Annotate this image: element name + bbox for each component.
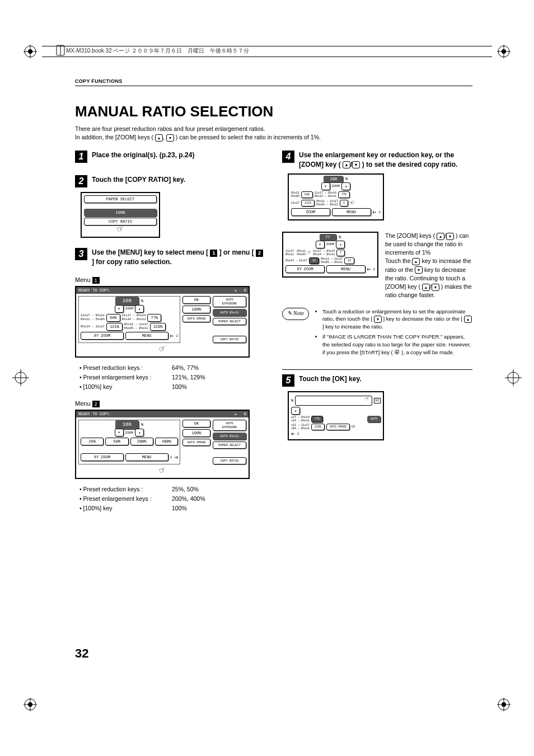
bullet-label: • Preset enlargement keys :: [79, 494, 172, 504]
preset-7[interactable]: 7: [336, 250, 345, 256]
bullet-label: • Preset enlargement keys :: [79, 373, 172, 382]
menu-button[interactable]: MENU: [125, 332, 168, 340]
step-2: 2 Touch the [COPY RATIO] key.: [75, 175, 265, 187]
preset-121[interactable]: 121%: [301, 200, 315, 206]
ratio-display: 100: [115, 297, 139, 306]
note-label: Note: [293, 309, 304, 318]
preset-1[interactable]: 1: [340, 200, 348, 206]
registration-mark-icon: [12, 369, 29, 388]
bullet-label: • Preset reduction keys :: [79, 363, 172, 373]
preset-label: 5½x8½: [291, 195, 299, 198]
paper-select-button[interactable]: PAPER SELECT: [84, 195, 157, 203]
preset-label: x8½ → 8½x11: [291, 427, 310, 430]
percent-label: %: [291, 398, 293, 403]
preset-25[interactable]: 25%: [81, 438, 104, 445]
auto-image-button[interactable]: AUTO IMAGE: [182, 439, 210, 446]
preset-200[interactable]: 200%: [130, 438, 153, 445]
section-heading: COPY FUNCTIONS: [75, 78, 472, 84]
ok-button[interactable]: OK: [182, 420, 210, 428]
zoom-up-icon: ▴: [464, 316, 472, 323]
note-text: ] key to increase the ratio.: [322, 323, 383, 330]
hand-pointer-icon: ☞: [116, 224, 125, 236]
zoom-down-icon: ▾: [415, 266, 423, 274]
copy-ratio-button[interactable]: COPY RATIO: [213, 336, 246, 343]
zoom-down-button[interactable]: ▾: [115, 429, 124, 436]
preset-64[interactable]: 64%: [301, 191, 313, 198]
bullet-label: • Preset reduction keys :: [79, 485, 172, 494]
note-badge: ✎Note: [282, 308, 309, 320]
intro-line2c: ) can be pressed to select the ratio in …: [176, 134, 321, 140]
preset-77[interactable]: 77%: [147, 314, 161, 322]
zoom-down-button[interactable]: ▾: [316, 241, 325, 248]
step3-text-a: Use the [MENU] key to select menu [: [92, 248, 208, 256]
step-number: 3: [75, 248, 87, 260]
preset-129[interactable]: 129%: [150, 323, 166, 331]
step-title: Touch the [COPY RATIO] key.: [92, 175, 185, 184]
auto-exposure-button[interactable]: AUTO EXPOSURE: [213, 296, 246, 307]
cup-icon: ☕ 0: [235, 288, 246, 293]
auto-exposure-button[interactable]: AUTO EXPOSURE: [213, 420, 246, 431]
xy-zoom-button[interactable]: XY ZOOM: [81, 332, 124, 340]
ui-panel-step5: % ☞ EX ▴ x17 → 8½x14 x14 → 8½x11: [288, 391, 384, 440]
ui-panel-step4b: 77 % ▾ ZOOM ▴ 11x17 →8½x118½x11 →5½x8½ ☞…: [282, 232, 378, 278]
hundred-button[interactable]: 100%: [182, 306, 210, 313]
note-block: ✎Note Touch a reduction or enlargement k…: [282, 308, 472, 359]
menu-page-indicator: 2: [176, 334, 178, 338]
menu-button[interactable]: MENU: [125, 453, 168, 461]
menu-word: Menu: [75, 400, 91, 407]
preset-400[interactable]: 400%: [155, 438, 178, 445]
doc-meta: MX-M310.book 32 ページ ２００９年７月６日 月曜日 午後６時５７…: [66, 47, 249, 55]
ok-button[interactable]: OK: [182, 296, 210, 304]
preset-label: 8½x14 → 11x17: [81, 325, 105, 328]
zoom-up-button[interactable]: ▴: [336, 241, 345, 248]
zoom-down-icon: ▾: [432, 284, 439, 291]
zoom-up-button[interactable]: ▴: [341, 182, 350, 190]
preset-label: 8½x11 → 5½x8½: [81, 318, 105, 322]
preset-label: 5½x8½ → 8½x11: [321, 261, 343, 264]
preset-50[interactable]: 50%: [105, 438, 128, 445]
ui-panel-step2: PAPER SELECT 100% COPY RATIO ☞: [81, 192, 160, 238]
side-text: The [ZOOM] keys (: [385, 232, 435, 239]
menu-button[interactable]: MENU: [332, 208, 371, 216]
preset-129[interactable]: 129%: [311, 424, 325, 430]
hundred-button[interactable]: 100%: [182, 429, 210, 437]
status-text: READY TO COPY.: [78, 288, 111, 293]
auto-image-button[interactable]: AUTO IMAGE: [326, 424, 350, 430]
preset-64[interactable]: 64%: [106, 314, 120, 322]
menu1-bullets: • Preset reduction keys :64%, 77% • Pres…: [79, 363, 265, 391]
hand-pointer-icon: ☞: [158, 344, 167, 355]
zoom-down-button[interactable]: ▾: [115, 305, 124, 313]
menu2-label: Menu 2: [75, 400, 265, 407]
preset-77[interactable]: 77%: [311, 416, 323, 422]
xy-zoom-button[interactable]: XY ZOOM: [285, 265, 325, 273]
step-title: Use the [MENU] key to select menu [ 1 ] …: [92, 248, 265, 266]
zoom-down-button[interactable]: ▾: [321, 182, 330, 190]
preset-label: x14 → 8½x11: [291, 419, 310, 422]
copy-ratio-button[interactable]: COPY RATIO: [213, 457, 246, 464]
step-number: 2: [75, 175, 87, 187]
ratio-display: 100%: [84, 209, 157, 217]
page-number: 32: [75, 646, 88, 661]
menu2-badge: 2: [92, 401, 100, 407]
paper-select-button[interactable]: PAPER SELECT: [213, 442, 246, 449]
zoom-up-button[interactable]: ▴: [135, 429, 144, 436]
preset-77[interactable]: 77%: [338, 191, 350, 198]
ratio-display: 77: [320, 234, 336, 241]
hand-pointer-icon: ☞: [306, 249, 312, 257]
step-title: Use the enlargement key or reduction key…: [299, 151, 472, 168]
xy-zoom-button[interactable]: XY ZOOM: [81, 453, 124, 461]
auto-short: AUTO: [367, 416, 381, 422]
zoom-button[interactable]: ZOOM: [291, 208, 330, 216]
zoom-up-button[interactable]: ▴: [135, 305, 144, 313]
preset-selected[interactable]: 1%: [309, 257, 319, 264]
paper-select-button[interactable]: PAPER SELECT: [213, 318, 246, 325]
preset-12[interactable]: 12: [344, 257, 354, 264]
zoom-up-button[interactable]: ▴: [291, 407, 300, 415]
header-rule: [42, 46, 492, 46]
auto-image-button[interactable]: AUTO IMAGE: [182, 315, 210, 322]
preset-121[interactable]: 121%: [106, 323, 123, 331]
zoom-up-icon: ▴: [343, 161, 350, 168]
percent-label: %: [345, 177, 348, 181]
menu-badge-2: 2: [256, 250, 263, 256]
menu-button[interactable]: MENU: [326, 265, 366, 273]
